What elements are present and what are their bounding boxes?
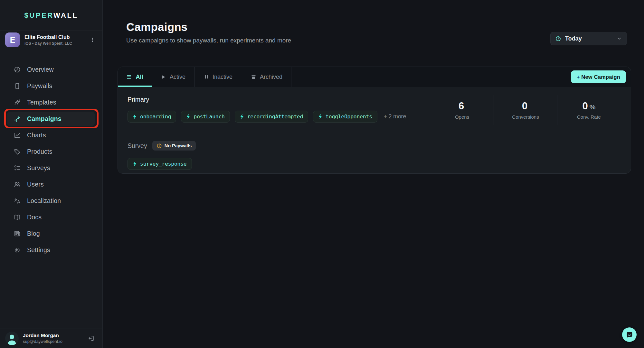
stat-value: 6 xyxy=(459,100,464,112)
workspace-name: Elite Football Club xyxy=(24,34,72,40)
sidebar-item-users[interactable]: Users xyxy=(0,176,102,193)
sidebar-item-label: Blog xyxy=(27,230,40,237)
sidebar-item-templates[interactable]: Templates xyxy=(0,94,102,111)
sidebar-item-docs[interactable]: Docs xyxy=(0,209,102,225)
sidebar-item-label: Templates xyxy=(27,99,56,106)
archive-icon xyxy=(251,74,256,80)
stat-label: Opens xyxy=(455,114,469,120)
stat-conv-rate: 0 % Conv. Rate xyxy=(557,100,620,120)
chevron-down-icon xyxy=(616,36,622,41)
stat-label: Conversions xyxy=(512,114,539,120)
user-info: Jordan Morgan sup@daywellspent.io xyxy=(23,333,62,344)
trigger-label: postLaunch xyxy=(194,114,224,120)
bolt-icon xyxy=(133,114,137,119)
paywalls-icon xyxy=(14,82,21,90)
tab-archived[interactable]: Archived xyxy=(242,67,291,87)
sidebar-item-label: Surveys xyxy=(27,164,50,172)
sidebar-item-charts[interactable]: Charts xyxy=(0,127,102,143)
trigger-label: onboarding xyxy=(140,114,171,120)
campaign-name[interactable]: Survey xyxy=(128,142,147,150)
sidebar-item-products[interactable]: Products xyxy=(0,143,102,160)
sidebar-item-label: Paywalls xyxy=(27,82,52,90)
trigger-label: toggleOpponents xyxy=(326,114,372,120)
users-icon xyxy=(14,181,21,188)
user-name: Jordan Morgan xyxy=(23,333,62,338)
tab-inactive[interactable]: Inactive xyxy=(194,67,242,87)
campaign-tabs: All Active Inactive xyxy=(118,67,631,87)
trigger-badge[interactable]: onboarding xyxy=(128,111,176,123)
stat-suffix: % xyxy=(590,103,596,111)
sidebar-item-label: Products xyxy=(27,148,52,155)
workspace-switcher[interactable]: E Elite Football Club iOS • Day Well Spe… xyxy=(0,31,102,49)
sidebar-nav: Overview Paywalls Templates xyxy=(0,49,102,258)
user-email: sup@daywellspent.io xyxy=(23,339,62,344)
trigger-badge[interactable]: recordingAttempted xyxy=(235,111,308,123)
sidebar-item-settings[interactable]: Settings xyxy=(0,242,102,258)
workspace-menu-icon[interactable] xyxy=(88,36,97,44)
main-content: Campaigns Use campaigns to show paywalls… xyxy=(103,0,644,348)
sidebar-item-localization[interactable]: Localization xyxy=(0,193,102,209)
workspace-avatar: E xyxy=(5,32,20,47)
tab-label: Archived xyxy=(260,74,282,80)
stat-conversions: 0 Conversions xyxy=(494,100,557,120)
campaigns-card: All Active Inactive xyxy=(118,67,631,174)
date-filter-dropdown[interactable]: Today xyxy=(550,32,627,45)
campaign-row-survey[interactable]: Survey No Paywalls survey_response xyxy=(118,132,631,174)
surveys-icon xyxy=(14,164,21,172)
campaign-name[interactable]: Primary xyxy=(128,96,149,103)
chat-launcher-button[interactable] xyxy=(622,327,637,342)
sidebar-item-label: Settings xyxy=(27,246,50,254)
tab-label: All xyxy=(136,74,143,80)
sidebar-item-surveys[interactable]: Surveys xyxy=(0,160,102,176)
play-icon xyxy=(161,74,166,80)
more-triggers-label[interactable]: + 2 more xyxy=(384,113,406,120)
workspace-info: Elite Football Club iOS • Day Well Spent… xyxy=(24,34,72,46)
trigger-badge[interactable]: postLaunch xyxy=(181,111,230,123)
sidebar-item-label: Charts xyxy=(27,132,46,139)
trigger-badge[interactable]: toggleOpponents xyxy=(313,111,377,123)
date-filter-value: Today xyxy=(565,35,612,42)
workspace-meta: iOS • Day Well Spent, LLC xyxy=(24,41,72,46)
logo-row: $UPERWALL xyxy=(0,0,102,31)
page-title: Campaigns xyxy=(126,21,644,33)
logout-icon[interactable] xyxy=(86,334,96,343)
no-paywalls-label: No Paywalls xyxy=(165,143,192,148)
superwall-logo[interactable]: $UPERWALL xyxy=(24,11,78,20)
sidebar-item-blog[interactable]: Blog xyxy=(0,225,102,242)
info-icon xyxy=(156,143,162,149)
trigger-badge[interactable]: survey_response xyxy=(128,158,192,170)
trigger-label: recordingAttempted xyxy=(247,114,303,120)
list-icon xyxy=(126,74,132,80)
campaign-stats: 6 Opens 0 Conversions 0 xyxy=(431,95,620,125)
tab-label: Inactive xyxy=(213,74,232,80)
overview-icon xyxy=(14,66,21,73)
tabbar-spacer: + New Campaign xyxy=(291,67,631,87)
sidebar-item-label: Overview xyxy=(27,66,54,73)
sidebar-item-paywalls[interactable]: Paywalls xyxy=(0,78,102,94)
chat-icon xyxy=(625,331,633,339)
blog-icon xyxy=(14,230,21,237)
sidebar: $UPERWALL E Elite Football Club iOS • Da… xyxy=(0,0,103,348)
user-account[interactable]: Jordan Morgan sup@daywellspent.io xyxy=(0,328,102,348)
new-campaign-button[interactable]: + New Campaign xyxy=(571,70,626,83)
campaigns-icon xyxy=(14,115,21,123)
sidebar-item-overview[interactable]: Overview xyxy=(0,61,102,78)
active-tab-underline xyxy=(118,86,152,87)
charts-icon xyxy=(14,132,21,139)
sidebar-item-label: Docs xyxy=(27,214,42,221)
tab-active[interactable]: Active xyxy=(152,67,194,87)
sidebar-item-campaigns[interactable]: Campaigns xyxy=(0,111,102,127)
no-paywalls-badge: No Paywalls xyxy=(152,141,196,151)
campaign-row-primary[interactable]: Primary onboarding postLaunch recording xyxy=(118,87,631,132)
pause-icon xyxy=(204,74,209,79)
docs-icon xyxy=(14,214,21,221)
tab-all[interactable]: All xyxy=(118,67,152,87)
logo-prefix: $UPER xyxy=(24,11,53,19)
products-icon xyxy=(14,148,21,155)
tab-label: Active xyxy=(170,74,185,80)
bolt-icon xyxy=(240,114,244,119)
bolt-icon xyxy=(318,114,322,119)
trigger-label: survey_response xyxy=(140,161,187,167)
settings-icon xyxy=(14,246,21,254)
sidebar-item-label: Campaigns xyxy=(27,115,62,123)
